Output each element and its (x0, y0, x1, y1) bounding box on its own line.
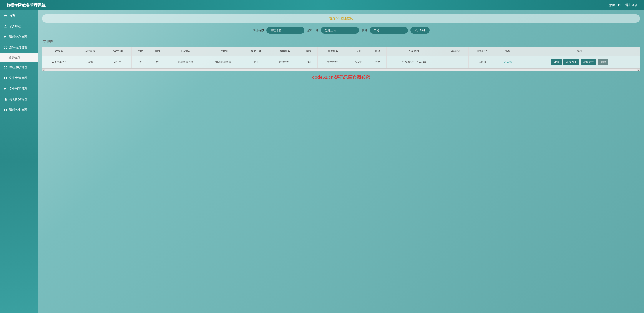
grid-icon (4, 77, 7, 80)
svg-line-18 (417, 31, 418, 31)
trash-icon (43, 40, 46, 43)
sidebar-item-student-consult[interactable]: 学生咨询管理 (0, 84, 38, 94)
delete-button[interactable]: 删除 (42, 38, 54, 44)
edit-icon (504, 61, 506, 63)
horizontal-scrollbar[interactable]: ◀ ▶ (42, 69, 640, 71)
container: 首页 个人中心 课程信息管理 选课信息管理 选课信息 课程成绩管理 学生申请管理… (0, 11, 644, 313)
td-location: 测试测试测试 (166, 56, 204, 69)
th-13: 选课时间 (386, 47, 441, 56)
svg-rect-13 (4, 109, 5, 110)
teacher-label: 教师工号 (307, 28, 318, 32)
td-course-id: 48690 0610 (42, 56, 76, 69)
table-header-row: 程编号 课程名称 课程分类 课时 学分 上课地点 上课时间 教师工号 教师姓名 … (42, 47, 640, 56)
grid-icon (4, 46, 7, 49)
audit-link[interactable]: 审核 (504, 60, 512, 64)
th-14: 审核回复 (441, 47, 468, 56)
homework-button[interactable]: 课程作业 (564, 59, 579, 65)
td-credits: 22 (149, 56, 166, 69)
flag-icon (4, 36, 7, 39)
svg-rect-8 (6, 68, 6, 69)
td-actions: 详情 课程作业 课程成绩 删除 (520, 56, 640, 69)
sidebar-item-consult-reply[interactable]: 咨询回复管理 (0, 94, 38, 105)
doc-icon (4, 98, 7, 101)
scroll-left-arrow-icon[interactable]: ◀ (42, 69, 45, 71)
teacher-input[interactable] (321, 27, 359, 34)
th-8: 教师姓名 (270, 47, 300, 56)
scroll-right-arrow-icon[interactable]: ▶ (637, 69, 640, 71)
td-audit-reply (441, 56, 468, 69)
breadcrumb-text: 首页 >> 选课信息 (329, 17, 353, 20)
sidebar-item-grade[interactable]: 课程成绩管理 (0, 62, 38, 73)
header: 数据学院教务管理系统 教师 111 退出登录 (0, 0, 644, 11)
user-icon (4, 25, 7, 28)
sidebar-item-student-apply[interactable]: 学生申请管理 (0, 73, 38, 84)
search-button[interactable]: 查询 (410, 27, 430, 34)
sidebar-item-label: 个人中心 (9, 24, 21, 28)
svg-rect-9 (4, 77, 5, 78)
grid-icon (4, 109, 7, 112)
th-1: 课程名称 (76, 47, 104, 56)
svg-rect-2 (6, 47, 6, 47)
student-input[interactable] (370, 27, 408, 34)
sidebar-subitem-select-info[interactable]: 选课信息 (0, 53, 38, 62)
sidebar-item-profile[interactable]: 个人中心 (0, 21, 38, 32)
delete-button-label: 删除 (47, 39, 53, 43)
th-15: 审核状态 (469, 47, 496, 56)
svg-rect-10 (6, 77, 6, 78)
th-17: 操作 (520, 47, 640, 56)
grade-button[interactable]: 课程成绩 (580, 59, 596, 65)
sidebar-item-label: 课程成绩管理 (9, 65, 28, 69)
grid-icon (4, 66, 7, 69)
td-select-time: 2022-03-31 09:42:48 (386, 56, 441, 69)
sidebar-item-course-info[interactable]: 课程信息管理 (0, 32, 38, 42)
svg-rect-14 (6, 109, 6, 110)
td-teacher-name: 教师姓名1 (270, 56, 300, 69)
table-row: 48690 0610 A课程 A分类 22 22 测试测试测试 测试测试测试 1… (42, 56, 640, 69)
search-icon (415, 29, 418, 32)
flag-icon (4, 87, 7, 90)
td-teacher-id: 111 (242, 56, 270, 69)
course-label: 课程名称 (252, 28, 264, 32)
svg-rect-3 (4, 48, 5, 49)
header-right: 教师 111 退出登录 (609, 3, 638, 7)
svg-point-0 (5, 25, 6, 26)
sidebar-item-label: 选课信息管理 (9, 46, 28, 50)
app-title: 数据学院教务管理系统 (6, 3, 46, 8)
sidebar-item-label: 咨询回复管理 (9, 97, 28, 101)
search-bar: 课程名称 教师工号 学号 查询 (42, 27, 640, 34)
th-10: 学生姓名 (318, 47, 348, 56)
detail-button[interactable]: 详情 (551, 59, 562, 65)
svg-rect-11 (4, 78, 5, 79)
user-label[interactable]: 教师 111 (609, 3, 621, 7)
th-7: 教师工号 (242, 47, 270, 56)
student-label: 学号 (362, 28, 367, 32)
sidebar-item-label: 课程信息管理 (9, 35, 28, 39)
th-6: 上课时间 (204, 47, 242, 56)
td-student-id: 001 (300, 56, 318, 69)
th-9: 学号 (300, 47, 318, 56)
th-12: 班级 (369, 47, 386, 56)
svg-rect-16 (6, 110, 6, 111)
data-table: 程编号 课程名称 课程分类 课时 学分 上课地点 上课时间 教师工号 教师姓名 … (42, 47, 640, 69)
svg-rect-6 (6, 66, 6, 67)
logout-link[interactable]: 退出登录 (625, 3, 638, 7)
th-16: 审核 (496, 47, 520, 56)
svg-rect-5 (4, 66, 5, 67)
sidebar-item-homework[interactable]: 课程作业管理 (0, 105, 38, 115)
audit-link-label: 审核 (507, 60, 512, 64)
th-0: 程编号 (42, 47, 76, 56)
svg-rect-12 (6, 78, 6, 79)
row-delete-button[interactable]: 删除 (598, 59, 608, 65)
td-time: 测试测试测试 (204, 56, 242, 69)
sidebar-item-home[interactable]: 首页 (0, 11, 38, 21)
course-input[interactable] (266, 27, 304, 34)
td-class: 202 (369, 56, 386, 69)
td-course-name: A课程 (76, 56, 104, 69)
toolbar: 删除 (42, 38, 640, 44)
td-student-name: 学生姓名1 (318, 56, 348, 69)
svg-rect-7 (4, 68, 5, 69)
sidebar-item-label: 首页 (9, 14, 15, 18)
sidebar-item-select-course[interactable]: 选课信息管理 (0, 42, 38, 53)
td-hours: 22 (132, 56, 149, 69)
table-wrap: 程编号 课程名称 课程分类 课时 学分 上课地点 上课时间 教师工号 教师姓名 … (42, 47, 640, 71)
